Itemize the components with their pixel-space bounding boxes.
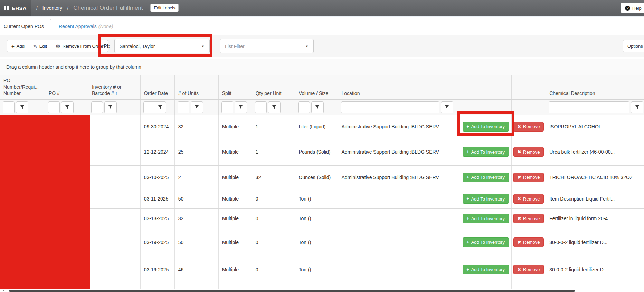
- column-header-qty-per-unit[interactable]: Qty per Unit: [252, 75, 295, 99]
- remove-from-order-button[interactable]: ⊗ Remove From Order: [51, 40, 108, 52]
- funnel-icon[interactable]: [154, 102, 166, 113]
- remove-button[interactable]: ✖Remove: [513, 214, 544, 223]
- filter-cell-po-number: [0, 100, 45, 115]
- cell-remove-actions: [512, 283, 546, 289]
- breadcrumb-inventory[interactable]: Inventory: [42, 5, 63, 11]
- filter-funnel-button-po-number[interactable]: [16, 101, 28, 113]
- filter-cell-remove-actions: [512, 100, 546, 115]
- filter-funnel-button-location[interactable]: [441, 101, 453, 113]
- edit-button[interactable]: ✎ Edit: [29, 40, 51, 52]
- tab-current-open-pos[interactable]: Current Open POs: [0, 19, 51, 33]
- filter-date-picker-order-date[interactable]: [143, 101, 166, 113]
- filter-cell-order-date: [141, 100, 175, 115]
- filter-cell-inventory-barcode: [88, 100, 141, 115]
- filter-funnel-button-split[interactable]: [235, 101, 247, 113]
- remove-button[interactable]: ✖Remove: [513, 147, 544, 157]
- filter-funnel-button-chemical-description[interactable]: [631, 101, 643, 113]
- tab-recent-approvals[interactable]: Recent Approvals (None): [53, 19, 120, 33]
- column-header-location[interactable]: Location: [338, 75, 460, 99]
- add-to-inventory-button[interactable]: +Add To Inventory: [463, 265, 509, 274]
- filter-funnel-button-inventory-barcode[interactable]: [104, 101, 117, 113]
- breadcrumb-separator: /: [36, 5, 38, 11]
- add-to-inventory-button[interactable]: +Add To Inventory: [463, 147, 509, 157]
- toolbar-button-group: + Add ✎ Edit ⊗ Remove From Order: [7, 40, 108, 52]
- list-filter-dropdown[interactable]: List Filter ▼: [220, 39, 314, 53]
- app-logo[interactable]: EHSA: [0, 0, 31, 16]
- cell-inventory-barcode: [88, 166, 141, 189]
- cell-chemical-description: 30-0-0-2 liquid fertilizer D...: [546, 256, 644, 283]
- top-bar: EHSA / Inventory / Chemical Order Fulfil…: [0, 0, 644, 16]
- help-button[interactable]: ? Help: [621, 3, 644, 13]
- column-header-units[interactable]: # of Units: [175, 75, 219, 99]
- column-header-chemical-description[interactable]: Chemical Description: [546, 75, 644, 99]
- column-header-inventory-barcode[interactable]: Inventory # or Barcode #↑: [88, 75, 141, 99]
- edit-labels-button[interactable]: Edit Labels: [150, 4, 179, 12]
- plus-icon: +: [467, 196, 469, 201]
- cell-inventory-barcode: [88, 138, 141, 165]
- pi-dropdown[interactable]: Santaloci, Taylor ▼: [114, 39, 210, 53]
- add-to-inventory-button[interactable]: +Add To Inventory: [463, 214, 509, 223]
- cell-remove-actions: ✖Remove: [512, 138, 546, 165]
- filter-input-po-number[interactable]: [3, 101, 15, 113]
- filter-input-qty-per-unit[interactable]: [255, 101, 267, 113]
- filter-input-split[interactable]: [221, 101, 233, 113]
- filter-cell-location: [338, 100, 460, 115]
- remove-button[interactable]: ✖Remove: [513, 265, 544, 274]
- table-row: 09-30-202432Multiple1Liter (Liquid)Admin…: [0, 115, 644, 138]
- filter-input-volume-size[interactable]: [298, 101, 310, 113]
- table-row: 03-10-20252Multiple32Ounces (Solid)Admin…: [0, 166, 644, 189]
- filter-funnel-button-po[interactable]: [61, 101, 74, 113]
- cell-units: 46: [175, 256, 219, 283]
- tab-bar: Current Open POs Recent Approvals (None): [0, 17, 644, 33]
- filter-input-units[interactable]: [178, 101, 189, 113]
- remove-button[interactable]: ✖Remove: [513, 194, 544, 204]
- cell-order-date: 12-12-2024: [141, 138, 175, 165]
- filter-input-inventory-barcode[interactable]: [91, 101, 103, 113]
- funnel-icon: [108, 105, 113, 109]
- cell-inventory-barcode: [88, 189, 141, 208]
- filter-input-location[interactable]: [341, 101, 439, 113]
- cell-inventory-barcode: [88, 228, 141, 256]
- column-header-volume-size[interactable]: Volume / Size: [295, 75, 338, 99]
- column-header-order-date[interactable]: Order Date: [141, 75, 175, 99]
- cell-split: Multiple: [219, 228, 252, 256]
- cell-remove-actions: ✖Remove: [512, 256, 546, 283]
- filter-input-po[interactable]: [48, 101, 60, 113]
- add-to-inventory-button[interactable]: +Add To Inventory: [463, 194, 509, 204]
- pi-label: PI:: [104, 43, 110, 49]
- group-hint: Drag a column header and drop it here to…: [6, 64, 141, 70]
- remove-button[interactable]: ✖Remove: [513, 173, 544, 182]
- help-label: Help: [632, 6, 642, 11]
- plus-icon: +: [467, 240, 469, 245]
- column-header-split[interactable]: Split: [219, 75, 252, 99]
- filter-cell-units: [175, 100, 219, 115]
- grid: Drag a column header and drop it here to…: [0, 59, 644, 289]
- options-button[interactable]: Options ▼: [623, 40, 644, 52]
- column-header-po-number[interactable]: PO Number/Requi... Number: [0, 75, 45, 99]
- cell-add-actions: [460, 283, 512, 289]
- horizontal-scrollbar: [0, 289, 644, 292]
- chevron-down-icon: ▼: [201, 45, 205, 48]
- filter-funnel-button-volume-size[interactable]: [311, 101, 324, 113]
- cell-qty-per-unit: 0: [252, 209, 295, 228]
- remove-button[interactable]: ✖Remove: [513, 122, 544, 132]
- scrollbar-thumb[interactable]: [9, 290, 575, 292]
- cell-add-actions: +Add To Inventory: [460, 189, 512, 208]
- add-to-inventory-button[interactable]: +Add To Inventory: [463, 173, 509, 182]
- add-to-inventory-button[interactable]: +Add To Inventory: [463, 122, 509, 132]
- app-name: EHSA: [12, 5, 27, 11]
- column-header-po[interactable]: PO #: [45, 75, 88, 99]
- grid-header-row: PO Number/Requi... NumberPO #Inventory #…: [0, 75, 644, 100]
- filter-input-chemical-description[interactable]: [549, 101, 629, 113]
- group-drop-panel[interactable]: Drag a column header and drop it here to…: [0, 59, 644, 75]
- add-to-inventory-button[interactable]: +Add To Inventory: [463, 237, 509, 247]
- cell-qty-per-unit: 1: [252, 115, 295, 138]
- remove-button[interactable]: ✖Remove: [513, 237, 544, 247]
- cell-units: 2: [175, 166, 219, 189]
- filter-funnel-button-units[interactable]: [191, 101, 203, 113]
- add-button[interactable]: + Add: [7, 40, 29, 52]
- scroll-left-arrow[interactable]: [3, 290, 4, 292]
- cell-volume-size: [295, 283, 338, 289]
- cell-remove-actions: ✖Remove: [512, 209, 546, 228]
- filter-funnel-button-qty-per-unit[interactable]: [268, 101, 281, 113]
